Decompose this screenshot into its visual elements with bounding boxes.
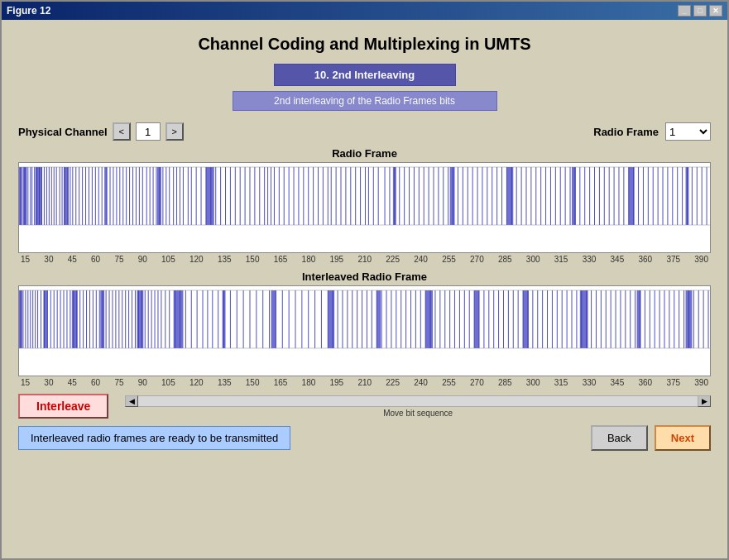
scroll-left-arrow[interactable]: ◀ [125, 395, 138, 407]
svg-rect-166 [19, 167, 22, 225]
svg-rect-178 [686, 167, 689, 225]
svg-rect-344 [425, 290, 433, 348]
maximize-button[interactable]: □ [693, 5, 707, 17]
scroll-right-arrow[interactable]: ▶ [698, 395, 711, 407]
svg-rect-343 [376, 290, 381, 348]
title-bar: Figure 12 _ □ ✕ [2, 2, 727, 20]
svg-rect-170 [104, 167, 107, 225]
scrollbar-container: ◀ ▶ Move bit sequence [125, 395, 711, 418]
svg-rect-346 [523, 290, 529, 348]
interleaved-frame-section: Interleaved Radio Frame [14, 270, 715, 387]
scrollbar-track[interactable] [138, 395, 698, 407]
radio-frame-waveform [19, 163, 710, 229]
status-bar: Interleaved radio frames are ready to be… [14, 419, 715, 451]
channel-number: 1 [136, 122, 161, 141]
svg-rect-348 [637, 290, 641, 348]
main-title: Channel Coding and Multiplexing in UMTS [14, 35, 715, 54]
svg-rect-342 [328, 290, 334, 348]
radio-frame-chart-title: Radio Frame [14, 147, 715, 160]
radio-frame-axis: 153045 607590 105120135 150165180 195210… [14, 253, 715, 264]
back-button[interactable]: Back [591, 425, 648, 451]
svg-rect-171 [157, 167, 161, 225]
bottom-row: Interleave ◀ ▶ Move bit sequence [14, 394, 715, 419]
channel-prev-button[interactable]: < [113, 122, 131, 141]
svg-rect-173 [393, 167, 396, 225]
svg-rect-175 [506, 167, 513, 225]
status-message: Interleaved radio frames are ready to be… [18, 426, 290, 450]
next-button[interactable]: Next [655, 425, 711, 451]
svg-rect-336 [72, 290, 78, 348]
title-bar-buttons: _ □ ✕ [678, 5, 722, 17]
interleaved-frame-chart [18, 285, 711, 376]
radio-frame-dropdown[interactable]: 1 2 [665, 122, 711, 141]
svg-rect-172 [206, 167, 214, 225]
physical-channel-label: Physical Channel [18, 126, 108, 138]
radio-frame-label: Radio Frame [593, 126, 659, 138]
svg-rect-339 [174, 290, 184, 348]
radio-frame-section: Radio Frame [14, 147, 715, 264]
scrollbar: ◀ ▶ [125, 395, 711, 407]
step-badge: 10. 2nd Interleaving [274, 64, 456, 86]
svg-rect-335 [43, 290, 47, 348]
svg-rect-334 [19, 290, 22, 348]
svg-rect-177 [629, 167, 635, 225]
close-button[interactable]: ✕ [709, 5, 722, 17]
svg-rect-0 [19, 167, 710, 225]
svg-rect-169 [64, 167, 69, 225]
svg-rect-174 [450, 167, 455, 225]
interleave-button[interactable]: Interleave [18, 394, 108, 419]
svg-rect-168 [36, 167, 42, 225]
interleaved-frame-axis: 153045 607590 105120135 150165180 195210… [14, 376, 715, 387]
physical-channel-control: Physical Channel < 1 > [18, 122, 184, 141]
minimize-button[interactable]: _ [678, 5, 691, 17]
controls-row: Physical Channel < 1 > Radio Frame 1 2 [14, 122, 715, 141]
svg-rect-181 [19, 290, 710, 348]
scroll-label: Move bit sequence [383, 409, 453, 418]
action-buttons: Back Next [591, 425, 711, 451]
interleaved-frame-waveform [19, 286, 710, 352]
radio-frame-chart [18, 162, 711, 253]
channel-next-button[interactable]: > [165, 122, 184, 141]
svg-rect-345 [474, 290, 479, 348]
main-content: Channel Coding and Multiplexing in UMTS … [2, 20, 727, 459]
window-title: Figure 12 [7, 5, 50, 17]
svg-rect-338 [137, 290, 143, 348]
svg-rect-347 [580, 290, 588, 348]
radio-frame-control: Radio Frame 1 2 [593, 122, 711, 141]
window: Figure 12 _ □ ✕ Channel Coding and Multi… [0, 0, 729, 560]
step-description: 2nd interleaving of the Radio Frames bit… [233, 91, 497, 111]
svg-rect-349 [686, 290, 693, 348]
svg-rect-340 [223, 290, 226, 348]
interleaved-chart-title: Interleaved Radio Frame [14, 270, 715, 283]
svg-rect-337 [100, 290, 104, 348]
svg-rect-341 [271, 290, 276, 348]
svg-rect-167 [23, 167, 26, 225]
svg-rect-176 [572, 167, 576, 225]
